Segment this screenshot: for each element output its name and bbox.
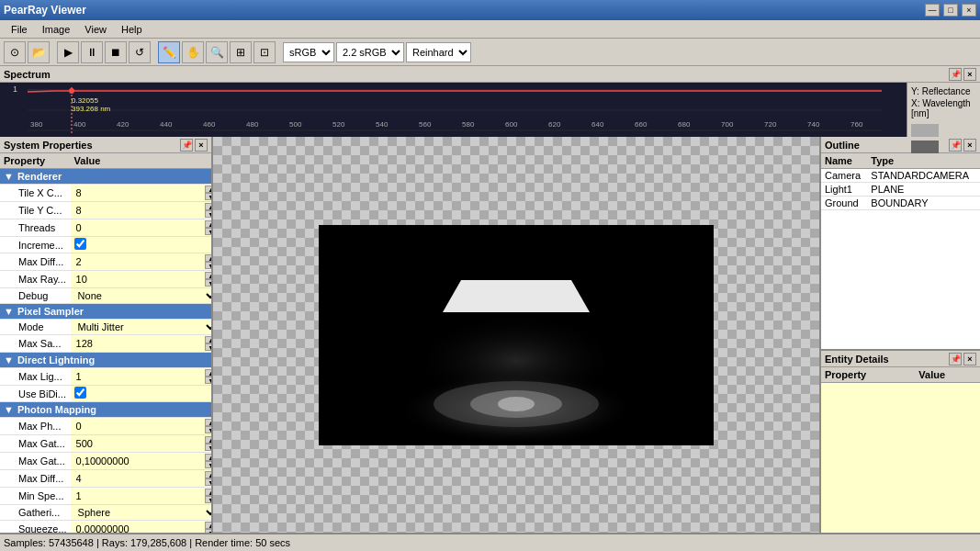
prop-max-ray-value[interactable]: ▲ ▼ [71,271,211,288]
play-button[interactable]: ▶ [57,41,79,63]
entity-details-pin-button[interactable]: 📌 [949,353,962,365]
max-sa-up[interactable]: ▲ [205,336,211,343]
max-diff-down[interactable]: ▼ [205,262,211,269]
max-gat2-spinner[interactable]: ▲ ▼ [205,454,211,468]
stop-button[interactable]: ⏹ [105,41,127,63]
min-spe-up[interactable]: ▲ [205,489,211,496]
spectrum-controls[interactable]: 📌 × [949,68,976,81]
prop-max-gat2-value[interactable]: ▲ ▼ [71,453,211,470]
max-diff2-input[interactable] [74,473,205,484]
max-ph-spinner[interactable]: ▲ ▼ [205,419,211,433]
pan-button[interactable]: ✋ [182,41,204,63]
prop-tile-y-value[interactable]: ▲ ▼ [71,202,211,219]
threads-up[interactable]: ▲ [205,220,211,228]
entity-details-close-button[interactable]: × [963,353,976,365]
prop-max-diff2-value[interactable]: ▲ ▼ [71,470,211,488]
open-button[interactable]: 📂 [28,41,50,63]
max-ph-input[interactable] [74,421,205,432]
threads-input[interactable] [74,222,205,233]
prop-tile-x-value[interactable]: ▲ ▼ [71,185,211,202]
max-lig-spinner[interactable]: ▲ ▼ [205,369,211,384]
prop-max-lig-value[interactable]: ▲ ▼ [71,368,211,386]
max-ray-input[interactable] [74,274,205,285]
max-diff2-down[interactable]: ▼ [205,478,211,486]
tile-x-input[interactable] [74,187,205,198]
max-lig-down[interactable]: ▼ [205,377,211,384]
max-gat1-input[interactable] [74,438,205,449]
viewport[interactable] [213,137,819,533]
fit-button[interactable]: ⊞ [230,41,252,63]
max-gat1-up[interactable]: ▲ [205,436,211,444]
minimize-button[interactable]: — [925,4,940,17]
pause-button[interactable]: ⏸ [81,41,103,63]
tile-x-up[interactable]: ▲ [205,186,211,193]
threads-spinner[interactable]: ▲ ▼ [205,220,211,235]
max-ph-up[interactable]: ▲ [205,419,211,426]
spectrum-graph[interactable]: 1 380 400 420 440 460 480 500 520 540 [0,83,907,137]
prop-threads-value[interactable]: ▲ ▼ [71,219,211,237]
close-button[interactable]: × [962,4,976,17]
zoom-button[interactable]: 🔍 [206,41,228,63]
prop-max-diff-value[interactable]: ▲ ▼ [71,253,211,271]
spectrum-pin-button[interactable]: 📌 [949,68,962,81]
prop-use-bidi-value[interactable] [71,386,211,402]
tile-y-up[interactable]: ▲ [205,203,211,210]
cursor-button[interactable]: ✏️ [158,41,180,63]
new-button[interactable]: ⊙ [4,41,26,63]
menu-image[interactable]: Image [35,22,78,37]
window-controls[interactable]: — □ × [925,4,976,17]
max-lig-up[interactable]: ▲ [205,369,211,377]
max-diff2-spinner[interactable]: ▲ ▼ [205,471,211,486]
squeeze-spinner[interactable]: ▲ ▼ [205,522,211,533]
increme-checkbox[interactable] [74,238,86,250]
colorspace-select[interactable]: sRGB [283,42,334,62]
menu-view[interactable]: View [77,22,114,37]
prop-gatheri-value[interactable]: Sphere [71,505,211,521]
tile-y-down[interactable]: ▼ [205,210,211,218]
max-diff-up[interactable]: ▲ [205,254,211,262]
max-sa-spinner[interactable]: ▲ ▼ [205,336,211,351]
left-panel-controls[interactable]: 📌 × [180,139,208,152]
spectrum-close-button[interactable]: × [963,68,976,81]
min-spe-down[interactable]: ▼ [205,496,211,503]
max-diff-input[interactable] [74,256,205,267]
reset-button[interactable]: ↺ [129,41,151,63]
tile-x-spinner[interactable]: ▲ ▼ [205,186,211,200]
outline-row-ground[interactable]: Ground BOUNDARY [821,197,980,210]
max-sa-down[interactable]: ▼ [205,343,211,351]
left-panel-pin-button[interactable]: 📌 [180,139,193,152]
entity-details-controls[interactable]: 📌 × [949,353,976,365]
prop-min-spe-value[interactable]: ▲ ▼ [71,488,211,505]
debug-select[interactable]: None [74,289,211,302]
squeeze-up[interactable]: ▲ [205,522,211,529]
tile-x-down[interactable]: ▼ [205,193,211,200]
maximize-button[interactable]: □ [943,4,958,17]
min-spe-input[interactable] [74,490,205,501]
prop-max-ph-value[interactable]: ▲ ▼ [71,418,211,435]
outline-row-camera[interactable]: Camera STANDARDCAMERA [821,169,980,183]
max-diff-spinner[interactable]: ▲ ▼ [205,254,211,269]
squeeze-input[interactable] [74,523,205,533]
prop-max-sa-value[interactable]: ▲ ▼ [71,335,211,353]
max-gat1-down[interactable]: ▼ [205,444,211,451]
min-spe-spinner[interactable]: ▲ ▼ [205,489,211,503]
prop-mode-value[interactable]: Multi Jitter [71,320,211,335]
gatheri-select[interactable]: Sphere [74,506,211,519]
max-lig-input[interactable] [74,371,205,382]
max-ray-down[interactable]: ▼ [205,279,211,287]
max-sa-input[interactable] [74,338,205,349]
max-diff2-up[interactable]: ▲ [205,471,211,478]
max-gat2-up[interactable]: ▲ [205,454,211,461]
prop-squeeze-value[interactable]: ▲ ▼ [71,521,211,534]
tile-y-spinner[interactable]: ▲ ▼ [205,203,211,218]
prop-max-gat1-value[interactable]: ▲ ▼ [71,435,211,453]
mode-select[interactable]: Multi Jitter [74,320,211,333]
left-panel-close-button[interactable]: × [195,139,208,152]
use-bidi-checkbox[interactable] [74,387,86,399]
menu-help[interactable]: Help [114,22,150,37]
max-ray-spinner[interactable]: ▲ ▼ [205,272,211,287]
prop-debug-value[interactable]: None [71,288,211,304]
max-gat1-spinner[interactable]: ▲ ▼ [205,436,211,451]
max-ray-up[interactable]: ▲ [205,272,211,279]
tonemap-select[interactable]: Reinhard [406,42,471,62]
